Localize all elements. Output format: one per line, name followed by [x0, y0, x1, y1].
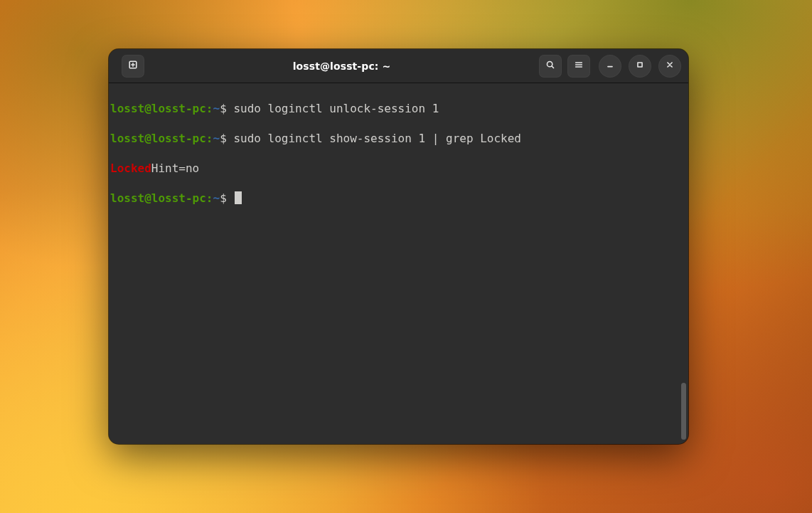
maximize-button[interactable]: [629, 55, 651, 78]
hamburger-icon: [574, 59, 584, 73]
prompt-colon: :: [206, 132, 213, 145]
search-button[interactable]: [539, 55, 562, 78]
prompt-path: ~: [213, 191, 220, 205]
prompt-symbol: $: [220, 132, 227, 145]
menu-button[interactable]: [567, 55, 590, 78]
prompt-userhost: losst@losst-pc: [110, 132, 206, 145]
command-text: [227, 191, 234, 205]
close-icon: [665, 59, 675, 73]
terminal-line: losst@losst-pc:~$: [110, 191, 685, 206]
search-icon: [545, 59, 555, 73]
cursor-block: [235, 191, 242, 204]
minimize-button[interactable]: [599, 55, 621, 78]
desktop-wallpaper: losst@losst-pc: ~: [0, 0, 812, 513]
titlebar[interactable]: losst@losst-pc: ~: [109, 49, 688, 83]
terminal-line: losst@losst-pc:~$ sudo loginctl unlock-s…: [110, 101, 685, 116]
new-tab-icon: [128, 59, 138, 73]
terminal-line: losst@losst-pc:~$ sudo loginctl show-ses…: [110, 131, 685, 146]
prompt-userhost: losst@losst-pc: [110, 102, 206, 115]
svg-rect-2: [638, 63, 642, 67]
command-text: sudo loginctl show-session 1 | grep Lock…: [227, 132, 521, 145]
output-text: Hint=no: [151, 162, 199, 175]
minimize-icon: [605, 59, 615, 73]
maximize-icon: [635, 59, 645, 73]
prompt-colon: :: [206, 102, 213, 115]
prompt-path: ~: [213, 102, 220, 115]
prompt-path: ~: [213, 132, 220, 145]
prompt-symbol: $: [220, 102, 227, 115]
close-button[interactable]: [658, 55, 681, 78]
scrollbar-thumb[interactable]: [681, 383, 686, 440]
new-tab-button[interactable]: [122, 55, 144, 78]
prompt-symbol: $: [220, 191, 227, 205]
window-controls: [599, 55, 681, 78]
grep-match: Locked: [110, 162, 151, 175]
command-text: sudo loginctl unlock-session 1: [227, 102, 439, 115]
terminal-body[interactable]: losst@losst-pc:~$ sudo loginctl unlock-s…: [109, 83, 688, 444]
terminal-window: losst@losst-pc: ~: [109, 49, 688, 444]
terminal-line: LockedHint=no: [110, 161, 685, 176]
prompt-userhost: losst@losst-pc: [110, 191, 206, 205]
window-title: losst@losst-pc: ~: [150, 60, 533, 72]
prompt-colon: :: [206, 191, 213, 205]
